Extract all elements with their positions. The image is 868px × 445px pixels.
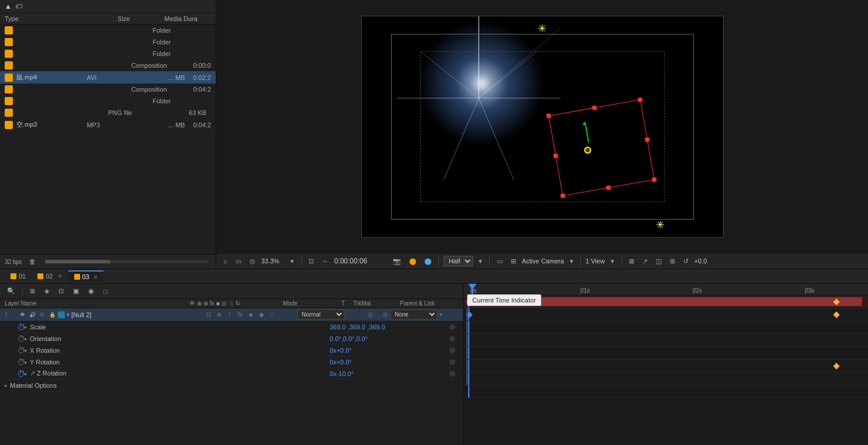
prop-clock-yrot[interactable]: ⏱ [18,359,25,366]
prop-clock-scale[interactable]: ⏱ [18,324,25,331]
layer-expand-arrow[interactable]: ▾ [67,311,70,318]
sw-fx[interactable]: fx [236,310,245,319]
list-item[interactable]: Folder [0,48,216,60]
handle-top-mid[interactable] [592,105,596,110]
sw-qual[interactable]: / [225,310,234,319]
handle-top-left[interactable] [546,113,551,118]
material-arrow[interactable]: ▸ [5,383,8,388]
time-indicator-marker[interactable] [468,284,476,295]
parent-dropdown[interactable]: ▾ [440,311,442,318]
tab-02-close[interactable]: ✕ [58,273,63,279]
layer-lock-btn[interactable]: 🔒 [48,311,56,319]
tab-03[interactable]: 03 ≡ [68,270,103,282]
extra-btn1[interactable]: ⊠ [627,256,637,266]
list-item[interactable]: 空.mp3 MP3 ... MB 0:04:2 [0,119,216,131]
quality-select[interactable]: Half [444,256,473,266]
prop-value-orient[interactable]: 0.0°,0.0°,0.0° [330,335,447,342]
color-btn[interactable]: ⬤ [407,256,419,266]
track-row-xrot[interactable] [464,334,868,347]
extra-btn3[interactable]: ◫ [653,256,664,266]
layer-color-swatch [58,311,65,318]
yrot-arrow[interactable]: ▸ [25,359,27,365]
zrot-arrow[interactable]: ▸ [25,371,27,377]
timeline-area: 🔍 ⊞ ◈ ⊡ ▣ ◉ □ Layer Name 👁 ⊗ ⊛ fx ■ ◎ [0,284,868,445]
mode-select[interactable]: Normal [298,310,344,319]
tab-02[interactable]: 02 ✕ [32,271,68,281]
prop-clock-orient[interactable]: ⏱ [18,335,25,342]
sw-sh[interactable]: ☆ [267,310,276,319]
prop-value-scale[interactable]: 369.0 ,369.0 ,369.0 [330,324,447,331]
camera-layer-btn[interactable]: ◉ [86,286,96,296]
grid-btn[interactable]: ⊞ [509,256,518,266]
list-item[interactable]: 版.mp4 AVI ... MB 0:02:2 [0,71,216,84]
track-row-orient[interactable] [464,321,868,334]
list-item[interactable]: Folder [0,36,216,48]
list-item[interactable]: PNG file 63 KB [0,107,216,119]
handle-mid-left[interactable] [553,153,558,158]
list-item[interactable]: Composition 0:04:2 [0,84,216,95]
tab-03-menu[interactable]: ≡ [94,274,98,280]
handle-bottom-left[interactable] [560,193,565,198]
delete-button[interactable]: 🗑 [27,257,38,266]
track-row-zrot[interactable] [464,360,868,373]
sw-vis[interactable]: ⊡ [204,310,213,319]
keyframe-zrot-end[interactable] [833,363,839,369]
scale-arrow[interactable]: ▸ [25,324,27,330]
list-item[interactable]: Folder [0,95,216,107]
handle-mid-right[interactable] [645,137,649,142]
handle-bottom-right[interactable] [652,177,656,182]
extra-btn4[interactable]: ⊞ [668,256,677,266]
sw-mb[interactable]: ■ [246,310,255,319]
shapes-btn[interactable]: ◈ [42,286,51,296]
track-row-yrot[interactable] [464,347,868,360]
search-layers-btn[interactable]: 🔍 [5,286,18,296]
color-picker-btn[interactable]: ⬤ [422,256,434,266]
prop-value-xrot[interactable]: 0x+0.0° [330,347,447,354]
region-btn[interactable]: ▭ [494,256,505,266]
table-row[interactable]: ▸ Material Options [0,380,463,391]
prop-clock-xrot[interactable]: ⏱ [18,347,25,354]
layer-audio-btn[interactable]: 🔊 [28,311,36,319]
ruler-marks-container: 0s 01s 02s 03s [468,284,868,295]
camera-btn[interactable]: 📷 [390,256,403,266]
sw-cont[interactable]: ⊗ [215,310,224,319]
layer-vis-btn[interactable]: 👁 [18,311,26,319]
transform-btn[interactable]: ↔ [320,256,331,266]
zoom-dropdown[interactable]: ▾ [288,256,296,266]
layer-solo-btn[interactable]: ⊙ [38,311,46,319]
quality-dropdown[interactable]: ▾ [476,256,485,266]
camera-dropdown[interactable]: ▾ [568,256,576,266]
list-item[interactable]: Folder [0,25,216,36]
comp-btn[interactable]: ⊞ [27,286,37,296]
table-row[interactable]: 1 👁 🔊 ⊙ 🔒 ▾ [Null 2] ⊡ ⊗ / fx [0,308,463,321]
viewer-monitor-btn[interactable]: ▭ [233,256,244,266]
list-item[interactable]: Composition 0:00:0 [0,60,216,71]
transform-box[interactable]: ▲ [548,99,655,196]
view-dropdown[interactable]: ▾ [608,256,617,266]
viewer-mask-btn[interactable]: ◎ [247,256,258,266]
extra-btn2[interactable]: ↗ [640,256,650,266]
orient-arrow[interactable]: ▸ [25,336,27,342]
prop-value-zrot[interactable]: 0x-10.0° [330,370,447,377]
extra-btn5[interactable]: ↺ [681,256,691,266]
handle-bottom-mid[interactable] [606,185,611,190]
handle-top-right[interactable] [638,97,642,102]
square-btn[interactable]: □ [101,287,110,296]
tab-01[interactable]: 01 [5,271,32,281]
null-btn[interactable]: ⊡ [56,286,66,296]
table-row: ⏱ ▸ ↗ Z Rotation 0x-10.0° ◎ [0,368,463,380]
track-row-scale[interactable] [464,308,868,321]
prop-clock-zrot[interactable]: ⏱ [18,370,25,377]
ruler-tick-02s [693,291,693,295]
comp-viewport[interactable]: ▲ ✳ ✳ [216,0,868,253]
svg-line-7 [444,98,479,180]
track-row-mat[interactable] [464,373,868,385]
keyframe-scale-end[interactable] [833,311,839,318]
viewer-home-btn[interactable]: ⌂ [221,256,230,266]
xrot-arrow[interactable]: ▸ [25,347,27,353]
sw-3d[interactable]: ◉ [257,310,266,319]
prop-value-yrot[interactable]: 0x+0.0° [330,359,447,366]
parent-select[interactable]: None [390,310,437,319]
adjust-btn[interactable]: ▣ [71,286,81,296]
fit-btn[interactable]: ⊡ [306,256,316,266]
